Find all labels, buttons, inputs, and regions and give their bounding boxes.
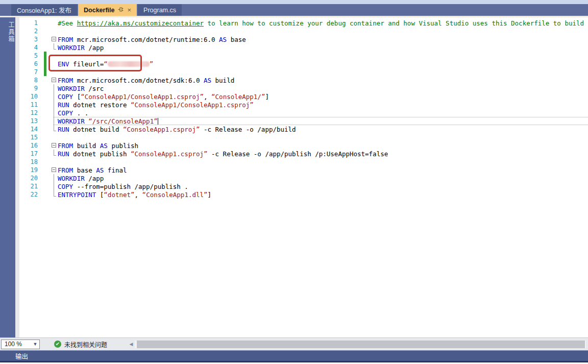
code-text: WORKDIR /app [58, 44, 104, 52]
code-line[interactable]: 1#See https://aka.ms/customizecontainer … [15, 19, 588, 27]
code-line[interactable]: 12COPY . . [15, 109, 588, 117]
plain-token: [ [96, 191, 104, 199]
line-number: 11 [19, 101, 38, 108]
scrollbar-track[interactable] [135, 341, 586, 348]
code-line[interactable]: 8−FROM mcr.microsoft.com/dotnet/sdk:6.0 … [15, 76, 588, 84]
code-line[interactable]: 17RUN dotnet publish “ConsoleApp1.csproj… [15, 150, 588, 158]
code-text: ENV fileurl=“” [58, 60, 153, 68]
collapse-minus-icon[interactable]: − [52, 143, 56, 148]
string-token: “ [104, 60, 108, 68]
fold-margin [51, 27, 58, 35]
scroll-left-arrow-icon[interactable]: ◀ [128, 342, 135, 347]
title-bar-band [0, 0, 588, 4]
code-text: COPY [“ConsoleApp1/ConsoleApp1.csproj”, … [58, 93, 269, 101]
change-tracking-bar [44, 60, 46, 68]
line-number: 22 [19, 191, 38, 198]
pin-icon[interactable] [118, 7, 124, 14]
visual-studio-window: ConsoleApp1: 发布Dockerfile×Program.cs 工具箱… [0, 0, 588, 364]
code-line[interactable]: 11RUN dotnet restore “ConsoleApp1/Consol… [15, 101, 588, 109]
outline-bar [54, 84, 54, 92]
string-token: “ConsoleApp1/” [211, 93, 265, 101]
line-number: 15 [19, 134, 38, 141]
outline-corner [54, 150, 56, 156]
string-token: “/src/ConsoleApp1” [88, 117, 157, 125]
collapse-minus-icon[interactable]: − [52, 37, 56, 41]
plain-token: publish [108, 142, 138, 150]
change-bar-slot [44, 141, 46, 150]
tab-consoleapp1-publish[interactable]: ConsoleApp1: 发布 [11, 4, 77, 16]
code-line[interactable]: 5 [15, 52, 588, 60]
keyword-token: RUN [58, 150, 69, 158]
tab-program-cs[interactable]: Program.cs [138, 4, 182, 16]
code-line[interactable]: 22ENTRYPOINT [“dotnet”, “ConsoleApp1.dll… [15, 190, 588, 199]
collapse-region: − [51, 76, 58, 84]
collapse-minus-icon[interactable]: − [52, 78, 56, 82]
keyword-token: RUN [58, 101, 69, 109]
code-line[interactable]: 16−FROM build AS publish [15, 141, 588, 150]
code-line[interactable]: 10COPY [“ConsoleApp1/ConsoleApp1.csproj”… [15, 92, 588, 101]
chevron-down-icon: ▼ [31, 342, 39, 347]
code-line[interactable]: 3−FROM mcr.microsoft.com/dotnet/runtime:… [15, 35, 588, 43]
code-line[interactable]: 20WORKDIR /app [15, 174, 588, 182]
outline-guide [51, 101, 58, 109]
collapse-minus-icon[interactable]: − [52, 167, 56, 172]
string-token: “ConsoleApp1/ConsoleApp1.csproj” [131, 101, 254, 109]
change-bar-slot [44, 117, 46, 125]
code-line[interactable]: 4WORKDIR /app [15, 43, 588, 52]
code-line[interactable]: 2 [15, 27, 588, 35]
plain-token: final [104, 166, 127, 174]
toolbox-vertical-tab[interactable]: 工具箱 [0, 17, 15, 43]
keyword-token: COPY [58, 109, 73, 117]
code-line[interactable]: 6ENV fileurl=“” [15, 60, 588, 68]
plain-token: build [73, 142, 100, 150]
code-line[interactable]: 15 [15, 133, 588, 141]
change-tracking-bar [44, 68, 46, 76]
code-line[interactable]: 7 [15, 68, 588, 76]
keyword-token: ENV [58, 60, 69, 68]
output-panel-tab[interactable]: 输出 [15, 351, 28, 361]
plain-token: /app [85, 44, 104, 52]
outline-bar [54, 92, 54, 101]
document-health-indicator[interactable]: ✔ 未找到相关问题 [54, 340, 107, 349]
keyword-token: RUN [58, 126, 69, 133]
code-line[interactable]: 19−FROM base AS final [15, 166, 588, 174]
string-token: “ConsoleApp1/ConsoleApp1.csproj” [81, 93, 204, 101]
fold-margin [51, 52, 58, 60]
line-number: 20 [19, 175, 38, 182]
tab-dockerfile[interactable]: Dockerfile× [78, 4, 137, 16]
string-token: “ConsoleApp1.dll” [142, 191, 208, 199]
code-line[interactable]: 13WORKDIR “/src/ConsoleApp1” [15, 117, 588, 125]
line-number: 2 [19, 28, 38, 35]
line-number: 3 [19, 36, 38, 43]
redacted-value [108, 61, 150, 67]
outline-guide [51, 117, 58, 125]
plain-token: --from=publish /app/publish . [73, 183, 188, 190]
code-line[interactable]: 9WORKDIR /src [15, 84, 588, 92]
scrollbar-thumb[interactable] [137, 341, 585, 348]
change-bar-slot [44, 84, 46, 92]
change-bar-slot [44, 43, 46, 52]
zoom-dropdown[interactable]: 100 % ▼ [1, 339, 40, 349]
code-line[interactable]: 18 [15, 158, 588, 166]
comment-token: #See [58, 19, 77, 27]
keyword-token: COPY [58, 183, 73, 190]
code-line[interactable]: 14RUN dotnet build “ConsoleApp1.csproj” … [15, 125, 588, 133]
code-line[interactable]: 21COPY --from=publish /app/publish . [15, 182, 588, 190]
change-bar-slot [44, 150, 46, 158]
plain-token: base [227, 36, 246, 43]
outline-corner [54, 190, 56, 197]
change-bar-slot [44, 19, 46, 27]
outline-guide [51, 84, 58, 92]
line-number: 1 [19, 19, 38, 27]
close-icon[interactable]: × [127, 7, 131, 13]
plain-token: fileurl= [69, 60, 104, 68]
line-number: 12 [19, 109, 38, 116]
text-caret [158, 118, 158, 125]
tab-label: Dockerfile [84, 7, 114, 14]
keyword-token: ENTRYPOINT [58, 191, 96, 199]
code-editor[interactable]: 1#See https://aka.ms/customizecontainer … [15, 17, 588, 337]
comment-link[interactable]: https://aka.ms/customizecontainer [77, 19, 204, 27]
horizontal-scrollbar[interactable]: ◀ [128, 340, 588, 349]
outline-guide [51, 174, 58, 182]
tab-label: ConsoleApp1: 发布 [17, 5, 71, 15]
